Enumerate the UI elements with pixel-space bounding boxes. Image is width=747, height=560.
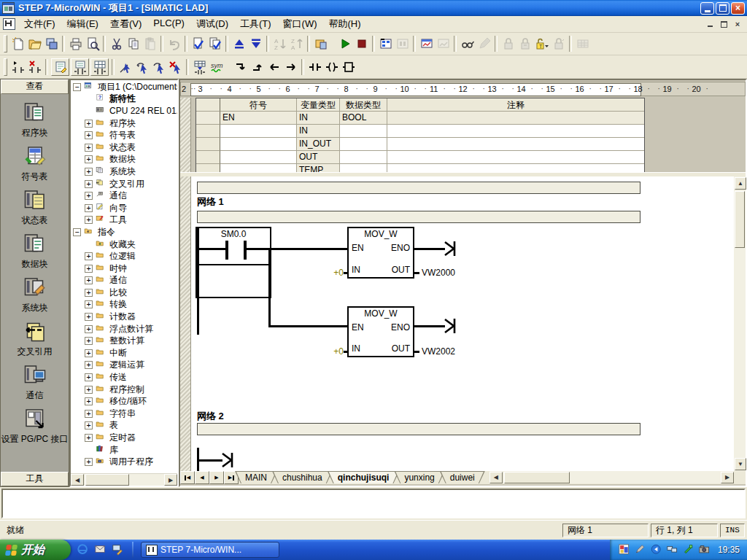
restore-button[interactable] bbox=[716, 2, 729, 15]
view-stl-icon[interactable] bbox=[51, 58, 69, 76]
cell-comment[interactable] bbox=[387, 138, 644, 151]
upload-icon[interactable] bbox=[231, 36, 247, 52]
tree-expander-icon[interactable]: + bbox=[85, 386, 93, 394]
tree-expander-icon[interactable]: + bbox=[85, 204, 93, 212]
row-header-cell[interactable] bbox=[196, 125, 220, 138]
tree-expander-icon[interactable]: + bbox=[85, 325, 93, 333]
tree-item[interactable]: +数据块 bbox=[71, 154, 177, 166]
line-down-icon[interactable] bbox=[232, 59, 249, 75]
cut-icon[interactable] bbox=[108, 36, 125, 52]
cell-symbol[interactable] bbox=[220, 138, 297, 151]
tab-next-button[interactable]: ▶ bbox=[209, 471, 224, 484]
tree-expander-icon[interactable]: + bbox=[85, 373, 93, 381]
line-up-icon[interactable] bbox=[249, 59, 266, 75]
coil-element-icon[interactable] bbox=[323, 59, 340, 75]
print-preview-icon[interactable] bbox=[84, 36, 101, 52]
compile-icon[interactable] bbox=[190, 36, 206, 52]
tree-expander-icon[interactable]: + bbox=[85, 434, 93, 442]
mdi-restore-button[interactable] bbox=[718, 19, 729, 29]
copy-icon[interactable] bbox=[125, 36, 142, 52]
tab-horizontal-scrollbar[interactable]: ◀ ▶ bbox=[489, 471, 734, 483]
scroll-left-icon[interactable]: ◀ bbox=[71, 474, 84, 486]
block2-out-operand[interactable]: VW2002 bbox=[422, 346, 455, 357]
tree-item[interactable]: +程序块 bbox=[71, 117, 177, 130]
print-icon[interactable] bbox=[67, 36, 84, 52]
tree-item[interactable]: 库 bbox=[71, 444, 177, 456]
cell-comment[interactable] bbox=[387, 112, 644, 125]
ladder-diagram-view[interactable]: 网络 1 SM0.0 MOV_W EN bbox=[180, 176, 734, 471]
mov-w-block-2[interactable]: MOV_W EN ENO IN OUT bbox=[347, 306, 414, 357]
network1-comment-box[interactable] bbox=[197, 211, 640, 223]
cursor-cell-empty[interactable] bbox=[196, 264, 271, 298]
sidebar-item-symbol-table[interactable]: 符号表 bbox=[1, 145, 69, 189]
mov-w-block-1[interactable]: MOV_W EN ENO IN OUT bbox=[347, 227, 414, 279]
tree-item[interactable]: +系统块 bbox=[71, 166, 177, 178]
tree-expander-icon[interactable]: + bbox=[85, 120, 93, 128]
sidebar-item-system-block[interactable]: 系统块 bbox=[1, 276, 69, 320]
menu-查看(V)[interactable]: 查看(V) bbox=[104, 15, 147, 33]
tree-expander-icon[interactable]: + bbox=[85, 252, 93, 260]
tree-item[interactable]: +整数计算 bbox=[71, 335, 177, 347]
box-element-icon[interactable] bbox=[340, 59, 357, 75]
cell-vartype[interactable]: OUT bbox=[297, 151, 340, 164]
menu-编辑(E)[interactable]: 编辑(E) bbox=[61, 15, 104, 33]
compile-all-icon[interactable] bbox=[206, 36, 223, 52]
sidebar-item-program-block[interactable]: 程序块 bbox=[1, 101, 69, 145]
apply-symbols-icon[interactable] bbox=[191, 59, 208, 75]
tree-item[interactable]: +时钟 bbox=[71, 262, 177, 275]
tree-expander-icon[interactable]: + bbox=[85, 349, 93, 357]
cell-datatype[interactable]: BOOL bbox=[340, 112, 387, 125]
tree-item[interactable]: +转换 bbox=[71, 299, 177, 311]
options-icon[interactable] bbox=[312, 36, 329, 52]
tree-horizontal-scrollbar[interactable]: ◀ ▶ bbox=[71, 473, 177, 486]
show-desktop-icon[interactable] bbox=[112, 543, 125, 556]
tree-expander-icon[interactable]: + bbox=[85, 361, 93, 369]
cell-vartype[interactable]: IN_OUT bbox=[297, 138, 340, 151]
tree-item[interactable]: +位逻辑 bbox=[71, 250, 177, 262]
tab-chushihua[interactable]: chushihua bbox=[272, 471, 333, 483]
tab-MAIN[interactable]: MAIN bbox=[235, 471, 277, 483]
download-icon[interactable] bbox=[247, 36, 264, 52]
sidebar-item-communication[interactable]: 通信 bbox=[1, 364, 69, 408]
tree-item[interactable]: +字符串 bbox=[71, 408, 177, 420]
output-content[interactable] bbox=[1, 489, 746, 518]
tree-expander-icon[interactable]: + bbox=[85, 289, 93, 297]
menu-PLC(P)[interactable]: PLC(P) bbox=[147, 15, 190, 33]
scrollbar-thumb[interactable] bbox=[85, 474, 129, 486]
tree-expander-icon[interactable]: − bbox=[73, 83, 81, 91]
start-button[interactable]: 开始 bbox=[0, 540, 71, 560]
network2-comment-box[interactable] bbox=[197, 423, 640, 435]
line-left-icon[interactable] bbox=[266, 59, 282, 75]
stop-icon[interactable] bbox=[353, 36, 370, 52]
tab-duiwei[interactable]: duiwei bbox=[440, 471, 485, 483]
menu-工具(T)[interactable]: 工具(T) bbox=[234, 15, 277, 33]
tree-expander-icon[interactable]: + bbox=[85, 276, 93, 284]
tree-item[interactable]: +状态表 bbox=[71, 141, 177, 154]
tab-qinchujisuqi[interactable]: qinchujisuqi bbox=[328, 471, 400, 483]
tree-expander-icon[interactable]: + bbox=[85, 144, 93, 152]
tree-item[interactable]: CPU 224 REL 01.2 bbox=[71, 105, 177, 117]
insert-down-icon[interactable] bbox=[150, 59, 167, 75]
mdi-minimize-button[interactable] bbox=[704, 19, 716, 29]
tree-expander-icon[interactable]: + bbox=[85, 192, 93, 200]
contact-element-icon[interactable] bbox=[306, 59, 323, 75]
language-tray-icon[interactable] bbox=[651, 544, 663, 556]
view-bar-header[interactable]: 查看 bbox=[1, 79, 69, 94]
scroll-right-icon[interactable]: ▶ bbox=[721, 472, 734, 483]
tree-expander-icon[interactable]: + bbox=[85, 300, 93, 308]
cell-symbol[interactable]: EN bbox=[220, 112, 297, 125]
tree-expander-icon[interactable]: + bbox=[85, 155, 93, 163]
view-lad-icon[interactable] bbox=[71, 58, 89, 76]
menu-调试(D)[interactable]: 调试(D) bbox=[190, 15, 234, 33]
tree-item[interactable]: +传送 bbox=[71, 371, 177, 384]
delete-branch-icon[interactable] bbox=[167, 59, 184, 75]
menu-文件(F)[interactable]: 文件(F) bbox=[18, 15, 61, 33]
sidebar-item-data-block[interactable]: 数据块 bbox=[1, 233, 69, 276]
cell-vartype[interactable]: IN bbox=[297, 125, 340, 138]
toolbar-grip[interactable] bbox=[4, 58, 7, 76]
tree-item[interactable]: +比较 bbox=[71, 287, 177, 299]
bookmark-clear-icon[interactable] bbox=[26, 59, 43, 75]
tree-item[interactable]: +表 bbox=[71, 420, 177, 432]
block1-out-operand[interactable]: VW2000 bbox=[422, 268, 455, 278]
force-unlock-icon[interactable]: T bbox=[533, 36, 550, 52]
